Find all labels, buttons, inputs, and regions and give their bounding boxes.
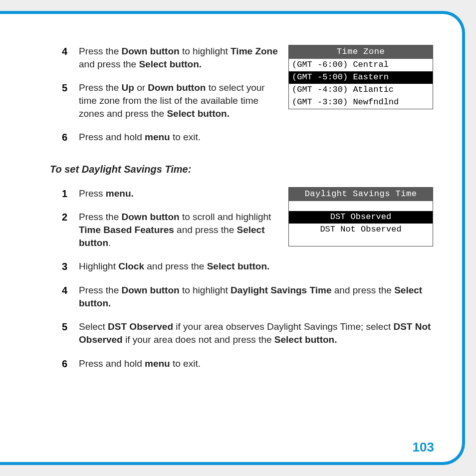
step-item: 5 Press the Up or Down button to select … — [79, 81, 433, 120]
step-item: 4 Press the Down button to highlight Tim… — [79, 45, 433, 70]
steps-list-b: 1 Press menu. 2 Press the Down button to… — [50, 187, 433, 370]
step-item: 5 Select DST Observed if your area obser… — [79, 320, 433, 346]
step-number: 4 — [62, 45, 67, 58]
step-item: 4 Press the Down button to highlight Day… — [79, 284, 433, 309]
page-number: 103 — [413, 440, 434, 455]
section-heading-dst: To set Daylight Savings Time: — [50, 163, 433, 176]
step-number: 1 — [62, 187, 67, 201]
step-text: Press the Down button to highlight Dayli… — [79, 285, 422, 308]
step-text: Press menu. — [79, 188, 134, 199]
step-number: 2 — [62, 211, 67, 224]
step-number: 5 — [62, 320, 67, 334]
step-number: 6 — [62, 131, 67, 144]
step-text: Press and hold menu to exit. — [79, 358, 201, 369]
step-number: 5 — [62, 81, 67, 95]
step-number: 4 — [62, 284, 67, 297]
page-frame: Time Zone (GMT -6:00) Central (GMT -5:00… — [0, 11, 465, 465]
step-item: 6 Press and hold menu to exit. — [79, 131, 433, 144]
step-text: Highlight Clock and press the Select but… — [79, 261, 269, 271]
page-content: Time Zone (GMT -6:00) Central (GMT -5:00… — [50, 45, 433, 370]
screen-spacer — [289, 201, 433, 211]
step-text: Select DST Observed if your area observe… — [79, 321, 431, 345]
steps-list-a: 4 Press the Down button to highlight Tim… — [50, 45, 433, 144]
step-text: Press the Up or Down button to select yo… — [79, 82, 265, 118]
step-item: 6 Press and hold menu to exit. — [79, 357, 433, 370]
step-item: 1 Press menu. — [79, 187, 433, 200]
step-number: 6 — [62, 357, 67, 371]
step-text: Press the Down button to scroll and high… — [79, 212, 271, 247]
step-number: 3 — [62, 260, 67, 273]
step-text: Press and hold menu to exit. — [79, 132, 201, 142]
step-item: 2 Press the Down button to scroll and hi… — [79, 211, 433, 249]
step-item: 3 Highlight Clock and press the Select b… — [79, 260, 433, 273]
step-text: Press the Down button to highlight Time … — [79, 46, 278, 69]
